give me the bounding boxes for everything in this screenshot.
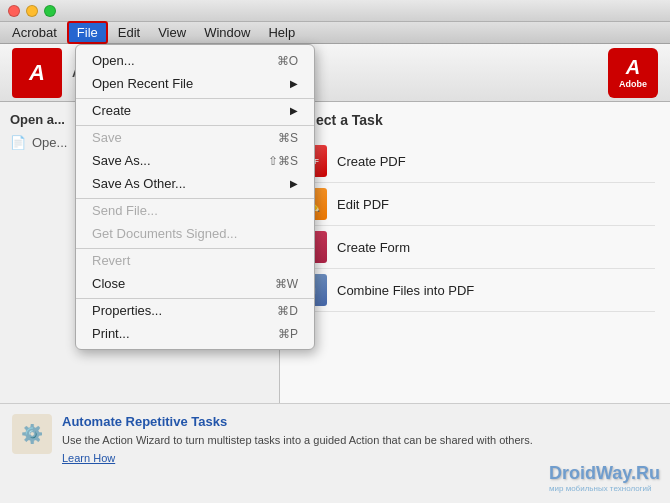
menu-edit[interactable]: Edit	[110, 23, 148, 42]
task-combine[interactable]: ⧉ Combine Files into PDF	[295, 269, 655, 312]
close-shortcut: ⌘W	[275, 277, 298, 291]
menu-get-signed: Get Documents Signed...	[76, 222, 314, 245]
menu-properties[interactable]: Properties... ⌘D	[76, 298, 314, 322]
menu-help[interactable]: Help	[260, 23, 303, 42]
save-shortcut: ⌘S	[278, 131, 298, 145]
adobe-acrobat-icon: A	[12, 48, 62, 98]
create-form-label: Create Form	[337, 240, 410, 255]
create-pdf-label: Create PDF	[337, 154, 406, 169]
select-task-title: Select a Task	[295, 112, 655, 128]
droidway-logo: DroidWay.Ru мир мобильных технологий	[549, 463, 660, 493]
menu-save-as[interactable]: Save As... ⇧⌘S	[76, 149, 314, 172]
menu-print[interactable]: Print... ⌘P	[76, 322, 314, 345]
file-dropdown-menu[interactable]: Open... ⌘O Open Recent File ▶ Create ▶ S…	[75, 44, 315, 350]
menu-revert: Revert	[76, 248, 314, 272]
droidway-text: DroidWay.Ru	[549, 463, 660, 484]
save-as-shortcut: ⇧⌘S	[268, 154, 298, 168]
create-arrow: ▶	[290, 105, 298, 116]
adobe-brand-logo: A Adobe	[608, 48, 658, 98]
menu-open[interactable]: Open... ⌘O	[76, 49, 314, 72]
task-create-form[interactable]: ≡ Create Form	[295, 226, 655, 269]
title-bar	[0, 0, 670, 22]
maximize-button[interactable]	[44, 5, 56, 17]
menu-acrobat[interactable]: Acrobat	[4, 23, 65, 42]
banner-description: Use the Action Wizard to turn multistep …	[62, 433, 533, 448]
menu-open-recent[interactable]: Open Recent File ▶	[76, 72, 314, 95]
open-file-icon: 📄	[10, 135, 26, 150]
menu-save-as-other[interactable]: Save As Other... ▶	[76, 172, 314, 195]
menu-close[interactable]: Close ⌘W	[76, 272, 314, 295]
banner-title: Automate Repetitive Tasks	[62, 414, 533, 429]
bottom-banner: ⚙️ Automate Repetitive Tasks Use the Act…	[0, 403, 670, 503]
close-button[interactable]	[8, 5, 20, 17]
open-recent-arrow: ▶	[290, 78, 298, 89]
right-panel: Select a Task PDF Create PDF ✏️ Edit PDF…	[280, 102, 670, 403]
properties-shortcut: ⌘D	[277, 304, 298, 318]
menu-send-file: Send File...	[76, 198, 314, 222]
open-file-label[interactable]: Ope...	[32, 135, 67, 150]
menu-view[interactable]: View	[150, 23, 194, 42]
open-shortcut: ⌘O	[277, 54, 298, 68]
learn-how-link[interactable]: Learn How	[62, 452, 533, 464]
menu-bar: Acrobat File Edit View Window Help	[0, 22, 670, 44]
minimize-button[interactable]	[26, 5, 38, 17]
task-create-pdf[interactable]: PDF Create PDF	[295, 140, 655, 183]
task-edit-pdf[interactable]: ✏️ Edit PDF	[295, 183, 655, 226]
app-window: Acrobat File Edit View Window Help A Ado…	[0, 0, 670, 503]
print-shortcut: ⌘P	[278, 327, 298, 341]
menu-window[interactable]: Window	[196, 23, 258, 42]
menu-file[interactable]: File	[67, 21, 108, 44]
banner-text: Automate Repetitive Tasks Use the Action…	[62, 414, 533, 464]
menu-save: Save ⌘S	[76, 125, 314, 149]
droidway-sub: мир мобильных технологий	[549, 484, 660, 493]
menu-create[interactable]: Create ▶	[76, 98, 314, 122]
save-as-other-arrow: ▶	[290, 178, 298, 189]
automate-icon: ⚙️	[12, 414, 52, 454]
combine-label: Combine Files into PDF	[337, 283, 474, 298]
edit-pdf-label: Edit PDF	[337, 197, 389, 212]
